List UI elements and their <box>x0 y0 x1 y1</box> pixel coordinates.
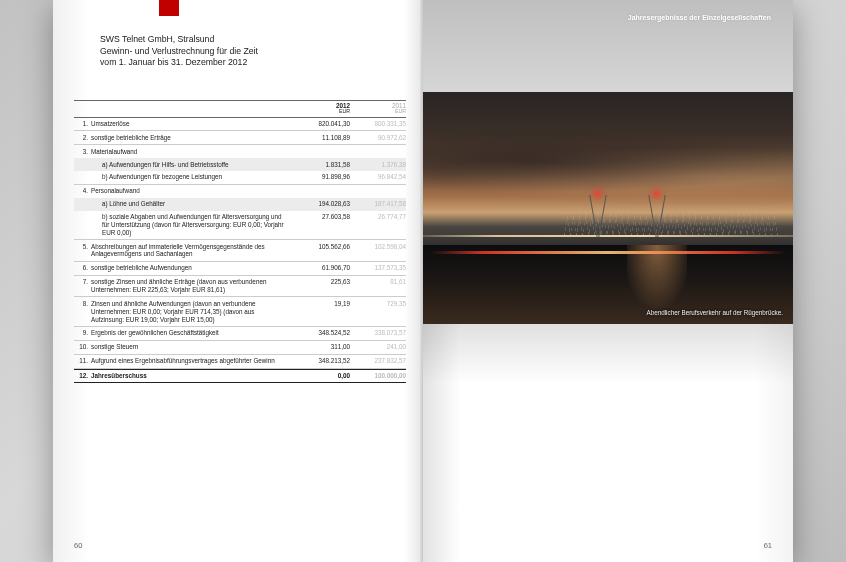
row-value-prev: 729,35 <box>350 300 406 307</box>
table-row: a) Aufwendungen für Hilfs- und Betriebss… <box>74 158 406 171</box>
table-row: b) Aufwendungen für bezogene Leistungen9… <box>74 171 406 185</box>
row-label: Materialaufwand <box>91 148 294 156</box>
row-value-prev: 90.972,62 <box>350 134 406 141</box>
table-row: 5.Abschreibungen auf immaterielle Vermög… <box>74 240 406 262</box>
row-value-prev: 800.331,35 <box>350 120 406 127</box>
row-value-prev: 237.832,57 <box>350 357 406 364</box>
row-value-current: 61.906,70 <box>294 264 350 271</box>
table-header: 2012 EUR 2011 EUR <box>74 100 406 118</box>
table-row: 1.Umsatzerlöse820.041,30800.331,35 <box>74 118 406 132</box>
row-value-prev: 187.417,58 <box>350 200 406 207</box>
col-year-current: 2012 EUR <box>294 103 350 115</box>
row-number: 10. <box>74 343 91 350</box>
row-value-current: 27.603,58 <box>294 213 350 220</box>
table-row: 7.sonstige Zinsen und ähnliche Erträge (… <box>74 276 406 298</box>
row-number: 7. <box>74 278 91 285</box>
row-number: 3. <box>74 148 91 155</box>
row-value-prev: 1.376,38 <box>350 161 406 168</box>
photo-reflection <box>423 324 793 384</box>
table-row: 11.Aufgrund eines Ergebnisabführungsvert… <box>74 355 406 369</box>
table-body: 1.Umsatzerlöse820.041,30800.331,352.sons… <box>74 118 406 384</box>
row-value-current: 820.041,30 <box>294 120 350 127</box>
report-title: Gewinn- und Verlustrechnung für die Zeit <box>100 46 258 58</box>
table-row: 10.sonstige Steuern311,00241,00 <box>74 341 406 355</box>
row-value-current: 311,00 <box>294 343 350 350</box>
row-value-prev: 137.573,35 <box>350 264 406 271</box>
row-number: 1. <box>74 120 91 127</box>
row-value-current: 0,00 <box>294 372 350 379</box>
row-value-prev: 100.000,00 <box>350 372 406 379</box>
row-value-prev: 241,00 <box>350 343 406 350</box>
row-label: Personalaufwand <box>91 187 294 195</box>
section-header: Jahresergebnisse der Einzelgesellschafte… <box>628 14 771 21</box>
row-label: Ergebnis der gewöhnlichen Geschäftstätig… <box>91 329 294 337</box>
photo-caption: Abendlicher Berufsverkehr auf der Rügenb… <box>646 309 783 316</box>
book-spread: SWS Telnet GmbH, Stralsund Gewinn- und V… <box>53 0 793 562</box>
page-number-left: 60 <box>74 541 82 550</box>
table-row: 12.Jahresüberschuss0,00100.000,00 <box>74 369 406 384</box>
row-value-current: 225,63 <box>294 278 350 285</box>
row-label: sonstige Zinsen und ähnliche Erträge (da… <box>91 278 294 294</box>
row-label: Jahresüberschuss <box>91 372 294 380</box>
title-block: SWS Telnet GmbH, Stralsund Gewinn- und V… <box>100 34 258 69</box>
row-label: a) Löhne und Gehälter <box>91 200 294 208</box>
row-value-prev: 102.598,04 <box>350 243 406 250</box>
table-row: 3.Materialaufwand <box>74 145 406 158</box>
page-left: SWS Telnet GmbH, Stralsund Gewinn- und V… <box>53 0 423 562</box>
row-label: sonstige betriebliche Erträge <box>91 134 294 142</box>
table-row: a) Löhne und Gehälter194.028,63187.417,5… <box>74 198 406 211</box>
row-label: Umsatzerlöse <box>91 120 294 128</box>
row-value-prev: 26.774,77 <box>350 213 406 220</box>
table-row: 9.Ergebnis der gewöhnlichen Geschäftstät… <box>74 327 406 341</box>
row-value-current: 194.028,63 <box>294 200 350 207</box>
row-value-current: 11.108,89 <box>294 134 350 141</box>
table-row: 4.Personalaufwand <box>74 185 406 198</box>
row-label: b) soziale Abgaben und Aufwendungen für … <box>91 213 294 237</box>
row-number: 2. <box>74 134 91 141</box>
row-label: Aufgrund eines Ergebnisabführungsvertrag… <box>91 357 294 365</box>
row-number: 5. <box>74 243 91 250</box>
row-number: 4. <box>74 187 91 194</box>
row-value-prev: 81,61 <box>350 278 406 285</box>
row-value-prev: 96.842,54 <box>350 173 406 180</box>
row-value-current: 105.562,66 <box>294 243 350 250</box>
table-row: 6.sonstige betriebliche Aufwendungen61.9… <box>74 262 406 276</box>
row-value-current: 91.898,96 <box>294 173 350 180</box>
row-number: 9. <box>74 329 91 336</box>
row-value-current: 348.213,52 <box>294 357 350 364</box>
year-current-unit: EUR <box>294 109 350 114</box>
row-number: 12. <box>74 372 91 379</box>
table-row: 2.sonstige betriebliche Erträge11.108,89… <box>74 131 406 145</box>
row-number: 6. <box>74 264 91 271</box>
row-label: sonstige betriebliche Aufwendungen <box>91 264 294 272</box>
col-year-prev: 2011 EUR <box>350 103 406 115</box>
accent-tab <box>159 0 179 16</box>
bridge-photo: Abendlicher Berufsverkehr auf der Rügenb… <box>423 92 793 324</box>
row-value-current: 19,19 <box>294 300 350 307</box>
row-value-current: 348.524,52 <box>294 329 350 336</box>
table-row: b) soziale Abgaben und Aufwendungen für … <box>74 211 406 241</box>
report-period: vom 1. Januar bis 31. Dezember 2012 <box>100 57 258 69</box>
row-label: b) Aufwendungen für bezogene Leistungen <box>91 173 294 181</box>
row-label: sonstige Steuern <box>91 343 294 351</box>
table-row: 8.Zinsen und ähnliche Aufwendungen (davo… <box>74 297 406 327</box>
row-label: a) Aufwendungen für Hilfs- und Betriebss… <box>91 161 294 169</box>
company-name: SWS Telnet GmbH, Stralsund <box>100 34 258 46</box>
page-number-right: 61 <box>764 541 772 550</box>
row-number: 11. <box>74 357 91 364</box>
row-value-current: 1.831,58 <box>294 161 350 168</box>
page-right: Jahresergebnisse der Einzelgesellschafte… <box>423 0 793 562</box>
pl-table: 2012 EUR 2011 EUR 1.Umsatzerlöse820.041,… <box>74 100 406 383</box>
row-label: Zinsen und ähnliche Aufwendungen (davon … <box>91 300 294 324</box>
row-label: Abschreibungen auf immaterielle Vermögen… <box>91 243 294 259</box>
row-number: 8. <box>74 300 91 307</box>
year-prev-unit: EUR <box>350 109 406 114</box>
row-value-prev: 338.073,57 <box>350 329 406 336</box>
